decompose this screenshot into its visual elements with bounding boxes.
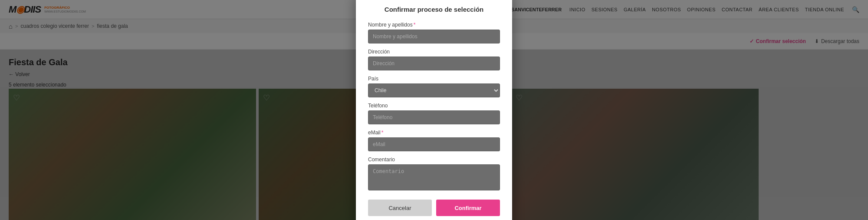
email-label: eMail* [368,130,500,136]
nombre-group: Nombre y apellidos* [368,22,500,43]
nombre-input[interactable] [368,30,500,43]
telefono-input[interactable] [368,110,500,124]
email-required: * [381,130,384,136]
pais-label: País [368,76,500,82]
modal: Confirmar proceso de selección Nombre y … [356,0,512,220]
telefono-group: Teléfono [368,103,500,124]
nombre-required: * [414,22,416,28]
comentario-label: Comentario [368,157,500,163]
direccion-input[interactable] [368,57,500,70]
modal-overlay: Confirmar proceso de selección Nombre y … [0,0,868,220]
direccion-group: Dirección [368,49,500,70]
modal-buttons: Cancelar Confirmar [368,200,500,216]
direccion-label: Dirección [368,49,500,55]
email-group: eMail* [368,130,500,151]
email-input[interactable] [368,137,500,151]
comentario-group: Comentario [368,157,500,192]
modal-title: Confirmar proceso de selección [368,6,500,13]
telefono-label: Teléfono [368,103,500,109]
confirm-button[interactable]: Confirmar [436,200,500,216]
comentario-textarea[interactable] [368,164,500,190]
pais-group: País Chile España Argentina México Colom… [368,76,500,97]
pais-select[interactable]: Chile España Argentina México Colombia [368,83,500,97]
nombre-label: Nombre y apellidos* [368,22,500,28]
cancel-button[interactable]: Cancelar [368,200,432,216]
